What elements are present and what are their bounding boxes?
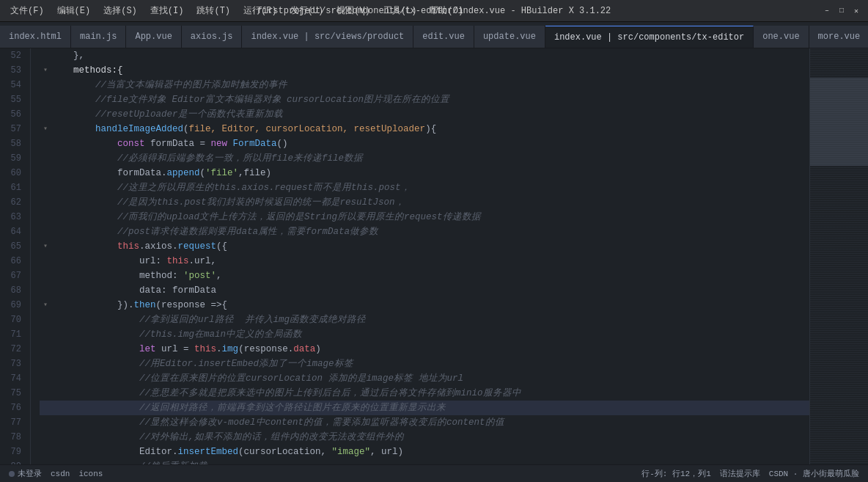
- line-num-62: 62: [6, 195, 21, 210]
- fold-btn[interactable]: [40, 195, 51, 210]
- fold-btn[interactable]: [40, 327, 51, 342]
- menu-item[interactable]: 跳转(T): [192, 3, 235, 18]
- title-bar: 文件(F)编辑(E)选择(S)查找(I)跳转(T)运行(R)发行(U)视图(V)…: [0, 0, 868, 22]
- code-line-56[interactable]: //resetUploader是一个函数代表重新加载: [40, 107, 809, 122]
- fold-btn[interactable]: ▾: [40, 63, 51, 78]
- fold-btn[interactable]: [40, 136, 51, 151]
- status-icons[interactable]: icons: [78, 470, 103, 478]
- code-lines[interactable]: },▾ methods:{ //当富文本编辑器中的图片添加时触发的事件 //fi…: [31, 48, 809, 464]
- line-num-76: 76: [6, 401, 21, 415]
- minimize-button[interactable]: –: [821, 5, 833, 17]
- tab-one-vue[interactable]: one.vue: [754, 26, 809, 48]
- fold-btn[interactable]: [40, 151, 51, 166]
- tab-edit-vue[interactable]: edit.vue: [413, 26, 474, 48]
- minimap-viewport: [810, 78, 868, 166]
- maximize-button[interactable]: □: [836, 5, 847, 17]
- fold-btn[interactable]: ▾: [40, 239, 51, 254]
- code-line-76[interactable]: //返回相对路径，前端再拿到这个路径让图片在原来的位置重新显示出来: [40, 401, 809, 415]
- code-line-74[interactable]: //位置在原来图片的位置cursorLocation 添加的是image标签 地…: [40, 371, 809, 386]
- line-num-65: 65: [6, 239, 21, 254]
- line-num-63: 63: [6, 210, 21, 224]
- code-line-75[interactable]: //意思差不多就是把原来选中的图片上传到后台后，通过后台将文件存储到minio服…: [40, 386, 809, 401]
- fold-btn[interactable]: [40, 166, 51, 180]
- line-code: //返回相对路径，前端再拿到这个路径让图片在原来的位置重新显示出来: [51, 401, 446, 415]
- fold-btn[interactable]: [40, 48, 51, 63]
- line-code: },: [51, 48, 84, 63]
- code-area[interactable]: 5253545556575859606162636465666768697071…: [0, 48, 809, 464]
- line-num-54: 54: [6, 78, 21, 92]
- tab-index-vue-components[interactable]: index.vue | src/components/tx-editor: [545, 26, 754, 48]
- fold-btn[interactable]: [40, 386, 51, 401]
- fold-btn[interactable]: [40, 445, 51, 459]
- menu-item[interactable]: 文件(F): [6, 3, 48, 18]
- code-line-79[interactable]: Editor.insertEmbed(cursorLocation, "imag…: [40, 445, 809, 459]
- window-controls[interactable]: – □ ✕: [821, 5, 862, 17]
- code-line-69[interactable]: ▾ }).then(response =>{: [40, 298, 809, 313]
- line-code: //用Editor.insertEmbed添加了一个image标签: [51, 357, 353, 371]
- code-line-68[interactable]: data: formData: [40, 283, 809, 298]
- code-line-55[interactable]: //file文件对象 Editor富文本编辑器对象 cursorLocation…: [40, 92, 809, 107]
- fold-btn[interactable]: [40, 342, 51, 357]
- code-line-58[interactable]: const formData = new FormData(): [40, 136, 809, 151]
- fold-btn[interactable]: [40, 283, 51, 298]
- status-csdn[interactable]: csdn: [51, 470, 70, 478]
- fold-btn[interactable]: [40, 210, 51, 224]
- tab-main-js[interactable]: main.js: [71, 26, 126, 48]
- tab-update-vue[interactable]: update.vue: [474, 26, 545, 48]
- fold-btn[interactable]: [40, 357, 51, 371]
- tab-index-vue-views[interactable]: index.vue | src/views/product: [242, 26, 413, 48]
- code-line-54[interactable]: //当富文本编辑器中的图片添加时触发的事件: [40, 78, 809, 92]
- fold-btn[interactable]: [40, 254, 51, 269]
- code-line-59[interactable]: //必须得和后端参数名一致，所以用file来传递file数据: [40, 151, 809, 166]
- code-line-66[interactable]: url: this.url,: [40, 254, 809, 269]
- tab-axios-js[interactable]: axios.js: [182, 26, 243, 48]
- code-line-62[interactable]: //是因为this.post我们封装的时候返回的统一都是resultJson，: [40, 195, 809, 210]
- fold-btn[interactable]: [40, 401, 51, 415]
- fold-btn[interactable]: [40, 313, 51, 327]
- code-line-61[interactable]: //这里之所以用原生的this.axios.request而不是用this.po…: [40, 180, 809, 195]
- code-line-67[interactable]: method: 'post',: [40, 269, 809, 283]
- line-code: url: this.url,: [51, 254, 216, 269]
- code-line-78[interactable]: //对外输出,如果不添加的话，组件内的改变无法改变组件外的: [40, 430, 809, 445]
- code-line-65[interactable]: ▾ this.axios.request({: [40, 239, 809, 254]
- code-line-70[interactable]: //拿到返回的url路径 并传入img函数变成绝对路径: [40, 313, 809, 327]
- menu-item[interactable]: 选择(S): [99, 3, 141, 18]
- code-line-71[interactable]: //this.img在main中定义的全局函数: [40, 327, 809, 342]
- fold-btn[interactable]: [40, 269, 51, 283]
- fold-btn[interactable]: [40, 92, 51, 107]
- tab-index-html[interactable]: index.html: [0, 26, 71, 48]
- code-line-53[interactable]: ▾ methods:{: [40, 63, 809, 78]
- fold-btn[interactable]: [40, 371, 51, 386]
- line-num-78: 78: [6, 430, 21, 445]
- fold-btn[interactable]: [40, 107, 51, 122]
- tab-app-vue[interactable]: App.vue: [126, 26, 181, 48]
- menu-item[interactable]: 查找(I): [146, 3, 188, 18]
- fold-btn[interactable]: ▾: [40, 122, 51, 136]
- fold-btn[interactable]: [40, 78, 51, 92]
- line-code: methods:{: [51, 63, 123, 78]
- code-line-77[interactable]: //显然这样会修改v-model中content的值，需要添加监听器将改变后的c…: [40, 415, 809, 430]
- code-line-80[interactable]: //然后重新加载: [40, 459, 809, 464]
- fold-btn[interactable]: [40, 180, 51, 195]
- code-line-52[interactable]: },: [40, 48, 809, 63]
- code-line-72[interactable]: let url = this.img(response.data): [40, 342, 809, 357]
- line-code: //而我们的upload文件上传方法，返回的是String所以要用原生的requ…: [51, 210, 481, 224]
- tab-bar: index.htmlmain.jsApp.vueaxios.jsindex.vu…: [0, 22, 868, 48]
- fold-btn[interactable]: ▾: [40, 298, 51, 313]
- code-line-57[interactable]: ▾ handleImageAdded(file, Editor, cursorL…: [40, 122, 809, 136]
- menu-item[interactable]: 编辑(E): [53, 3, 95, 18]
- status-right: 行-列: 行12，列1 语法提示库 CSDN · 唐小街最萌瓜脸: [641, 468, 859, 479]
- line-code: this.axios.request({: [51, 239, 227, 254]
- code-line-73[interactable]: //用Editor.insertEmbed添加了一个image标签: [40, 357, 809, 371]
- close-button[interactable]: ✕: [850, 5, 862, 17]
- code-line-60[interactable]: formData.append('file',file): [40, 166, 809, 180]
- status-login[interactable]: 未登录: [9, 468, 42, 479]
- fold-btn[interactable]: [40, 459, 51, 464]
- status-bar: 未登录 csdn icons 行-列: 行12，列1 语法提示库 CSDN · …: [0, 464, 868, 482]
- tab-more-vue[interactable]: more.vue: [809, 26, 868, 48]
- fold-btn[interactable]: [40, 430, 51, 445]
- fold-btn[interactable]: [40, 415, 51, 430]
- code-line-64[interactable]: //post请求传递数据则要用data属性，需要formData做参数: [40, 224, 809, 239]
- fold-btn[interactable]: [40, 224, 51, 239]
- code-line-63[interactable]: //而我们的upload文件上传方法，返回的是String所以要用原生的requ…: [40, 210, 809, 224]
